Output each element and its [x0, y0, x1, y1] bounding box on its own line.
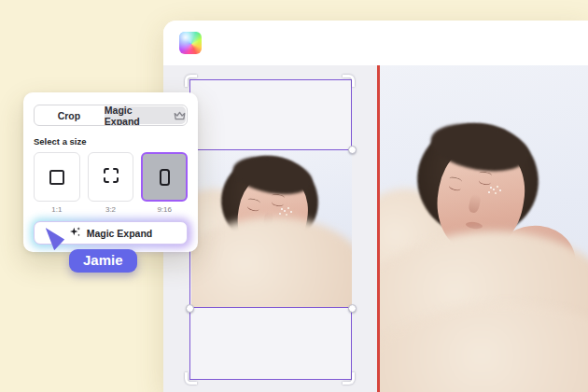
tab-magic-expand-label: Magic Expand	[105, 105, 170, 126]
size-option-3-2: 3:2	[88, 152, 134, 214]
selection-corner-handle[interactable]	[185, 372, 197, 385]
selection-edge-handle[interactable]	[348, 304, 357, 313]
size-label-3-2: 3:2	[105, 205, 116, 214]
selection-corner-handle[interactable]	[343, 75, 355, 87]
collaborator-name-badge: Jamie	[69, 249, 137, 273]
size-options: 1:1 3:2 9:16	[34, 152, 188, 214]
glitter-shape	[281, 208, 283, 210]
selection-corner-handle[interactable]	[185, 75, 197, 87]
crown-icon	[174, 111, 186, 120]
tab-magic-expand[interactable]: Magic Expand	[105, 106, 186, 124]
brackets-ratio-icon	[103, 167, 119, 188]
magic-expand-panel: Crop Magic Expand Select a size 1:1	[23, 92, 198, 252]
size-label-1-1: 1:1	[51, 205, 62, 214]
page: Crop Magic Expand Select a size 1:1	[0, 0, 588, 392]
expanded-photo[interactable]	[380, 65, 588, 392]
sparkle-icon	[69, 226, 81, 240]
selection-edge-handle[interactable]	[186, 304, 194, 313]
glitter-shape	[490, 187, 492, 189]
select-size-label: Select a size	[34, 136, 198, 147]
size-option-9-16: 9:16	[141, 152, 188, 214]
tab-crop-label: Crop	[58, 110, 81, 121]
crop-mode-tabs: Crop Magic Expand	[34, 105, 188, 126]
magic-expand-button-label: Magic Expand	[87, 228, 153, 239]
size-option-1-1: 1:1	[34, 152, 80, 214]
size-card-1-1[interactable]	[34, 152, 80, 202]
square-ratio-icon	[49, 170, 64, 185]
size-card-9-16[interactable]	[141, 152, 188, 202]
selection-corner-handle[interactable]	[343, 372, 355, 385]
selection-edge-handle[interactable]	[348, 146, 357, 154]
portrait-ratio-icon	[160, 169, 170, 186]
tab-crop[interactable]: Crop	[35, 105, 104, 125]
size-label-9-16: 9:16	[157, 205, 172, 214]
original-photo[interactable]	[191, 149, 352, 308]
canva-color-wheel-icon[interactable]	[179, 32, 202, 54]
editor-toolbar	[163, 21, 588, 65]
size-card-3-2[interactable]	[88, 152, 134, 202]
